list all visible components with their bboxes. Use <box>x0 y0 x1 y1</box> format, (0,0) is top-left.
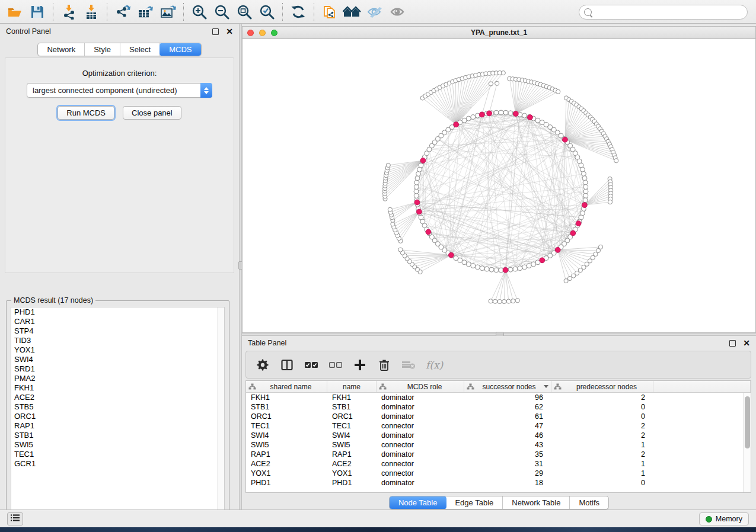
graph-node[interactable] <box>567 276 572 280</box>
dominator-node[interactable] <box>414 200 420 205</box>
run-mcds-button[interactable]: Run MCDS <box>58 106 114 120</box>
mcds-result-item[interactable]: YOX1 <box>11 345 224 355</box>
graph-node[interactable] <box>502 299 506 303</box>
float-panel-icon[interactable] <box>212 28 219 35</box>
graph-node[interactable] <box>494 268 499 273</box>
graph-node[interactable] <box>475 265 480 270</box>
zoom-fit-button[interactable] <box>233 2 256 21</box>
graph-node[interactable] <box>484 267 489 271</box>
mcds-result-item[interactable]: SWI4 <box>11 355 224 364</box>
tab-node-table[interactable]: Node Table <box>389 496 447 509</box>
column-header-predecessor-nodes[interactable]: predecessor nodes <box>551 381 653 392</box>
graph-node[interactable] <box>582 176 587 181</box>
graph-node[interactable] <box>522 113 527 118</box>
copy-network-button[interactable] <box>318 2 341 21</box>
mcds-result-item[interactable]: SWI5 <box>11 440 224 450</box>
window-minimize-icon[interactable] <box>259 30 266 36</box>
dominator-node[interactable] <box>479 112 484 117</box>
mcds-result-item[interactable]: TID3 <box>11 336 224 345</box>
table-row[interactable]: FKH1FKH1dominator962 <box>246 393 743 402</box>
float-panel-icon[interactable] <box>729 340 736 347</box>
dominator-node[interactable] <box>513 111 518 117</box>
column-header-successor-nodes[interactable]: successor nodes <box>464 381 551 392</box>
table-row[interactable]: SWI5SWI5connector431 <box>246 440 743 450</box>
graph-node[interactable] <box>471 115 476 120</box>
open-file-button[interactable] <box>4 2 26 21</box>
graph-node[interactable] <box>614 159 618 163</box>
graph-node[interactable] <box>494 110 499 115</box>
search-input[interactable] <box>595 8 742 17</box>
graph-node[interactable] <box>583 180 588 185</box>
network-canvas[interactable] <box>243 39 755 332</box>
select-all-button[interactable] <box>304 358 318 372</box>
save-session-button[interactable] <box>26 2 49 21</box>
graph-node[interactable] <box>501 71 505 75</box>
close-panel-icon[interactable]: ✕ <box>743 340 750 347</box>
close-panel-button[interactable]: Close panel <box>123 106 181 120</box>
graph-node[interactable] <box>518 266 522 271</box>
graph-node[interactable] <box>386 163 390 167</box>
tab-select[interactable]: Select <box>120 43 160 56</box>
mcds-result-item[interactable]: CAR1 <box>11 317 224 326</box>
dominator-node[interactable] <box>570 230 576 236</box>
column-header-MCDS-role[interactable]: MCDS role <box>377 381 464 392</box>
hide-selected-button[interactable] <box>363 2 386 21</box>
zoom-out-button[interactable] <box>210 2 233 21</box>
dominator-node[interactable] <box>555 247 560 252</box>
graph-node[interactable] <box>466 262 471 267</box>
mcds-result-item[interactable]: FKH1 <box>11 383 224 393</box>
graph-node[interactable] <box>583 189 588 194</box>
dominator-node[interactable] <box>582 203 587 208</box>
table-row[interactable]: RAP1RAP1dominator352 <box>246 450 743 459</box>
graph-node[interactable] <box>583 185 588 190</box>
dominator-node[interactable] <box>417 209 422 214</box>
mcds-result-item[interactable]: STB1 <box>11 431 224 440</box>
graph-node[interactable] <box>583 198 588 203</box>
add-row-button[interactable] <box>353 358 367 372</box>
mcds-result-item[interactable]: PMA2 <box>11 374 224 383</box>
graph-node[interactable] <box>508 111 513 116</box>
graph-node[interactable] <box>466 116 471 121</box>
column-visibility-button[interactable] <box>280 358 294 372</box>
tab-mcds[interactable]: MCDS <box>160 43 201 56</box>
dominator-node[interactable] <box>503 267 508 273</box>
delete-row-button[interactable] <box>377 358 391 372</box>
dominator-node[interactable] <box>487 111 492 116</box>
criterion-dropdown[interactable]: largest connected component (undirected) <box>27 83 212 98</box>
table-row[interactable]: SWI4SWI4dominator462 <box>246 431 743 440</box>
deselect-all-button[interactable] <box>328 358 343 372</box>
tab-network-table[interactable]: Network Table <box>503 496 570 509</box>
graph-node[interactable] <box>495 81 499 85</box>
tab-edge-table[interactable]: Edge Table <box>446 496 503 509</box>
table-row[interactable]: PHD1PHD1dominator180 <box>246 478 743 488</box>
mcds-result-item[interactable]: TEC1 <box>11 450 224 459</box>
graph-node[interactable] <box>511 299 515 303</box>
result-list-scrollbar[interactable] <box>217 307 224 515</box>
dominator-node[interactable] <box>449 252 454 258</box>
tab-style[interactable]: Style <box>85 43 120 56</box>
close-panel-icon[interactable]: ✕ <box>226 28 233 35</box>
dominator-node[interactable] <box>540 258 545 263</box>
graph-node[interactable] <box>506 299 511 303</box>
graph-node[interactable] <box>388 207 392 211</box>
graph-node[interactable] <box>471 264 476 268</box>
window-zoom-icon[interactable] <box>271 30 277 36</box>
graph-node[interactable] <box>480 266 484 271</box>
graph-node[interactable] <box>398 248 403 252</box>
graph-node[interactable] <box>583 194 588 198</box>
mcds-result-item[interactable]: STB5 <box>11 402 224 412</box>
graph-node[interactable] <box>503 110 508 115</box>
mcds-result-item[interactable]: STP4 <box>11 326 224 336</box>
graph-node[interactable] <box>489 299 493 303</box>
table-row[interactable]: STB1STB1dominator620 <box>246 402 743 412</box>
zoom-in-button[interactable] <box>188 2 210 21</box>
mcds-result-item[interactable]: ORC1 <box>11 412 224 421</box>
apply-layout-button[interactable] <box>287 2 310 21</box>
graph-node[interactable] <box>499 110 503 115</box>
mcds-result-item[interactable]: PHD1 <box>11 307 224 317</box>
dominator-node[interactable] <box>420 158 426 164</box>
graph-node[interactable] <box>527 264 531 268</box>
zoom-selected-button[interactable] <box>256 2 278 21</box>
dominator-node[interactable] <box>528 115 533 120</box>
export-network-button[interactable] <box>111 2 134 21</box>
